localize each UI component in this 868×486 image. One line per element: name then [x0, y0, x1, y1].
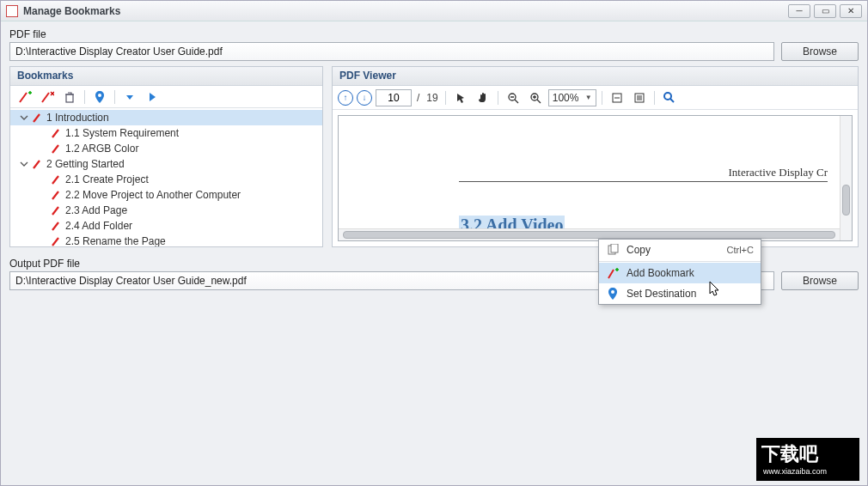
bookmark-item[interactable]: 1.1 System Requirement — [10, 125, 322, 141]
expand-placeholder — [38, 174, 48, 185]
svg-point-9 — [611, 290, 614, 294]
page-separator: / — [417, 92, 419, 104]
search-icon[interactable] — [660, 89, 679, 106]
fit-width-icon[interactable] — [630, 89, 649, 106]
hand-tool-icon[interactable] — [474, 89, 492, 106]
bookmark-marker-icon — [33, 112, 43, 123]
separator — [114, 90, 115, 104]
context-menu: Copy Ctrl+C Add Bookmark Set Destination — [598, 239, 761, 305]
ctx-add-bookmark-label: Add Bookmark — [627, 267, 694, 279]
pin-icon — [606, 287, 620, 301]
pdf-horizontal-scrollbar[interactable] — [339, 228, 840, 240]
page-current-input[interactable] — [376, 89, 412, 106]
bookmark-item[interactable]: 2.1 Create Project — [10, 172, 322, 187]
bookmark-label: 2 Getting Started — [46, 158, 125, 170]
svg-text:下载吧: 下载吧 — [761, 443, 819, 465]
bookmark-label: 2.5 Rename the Page — [65, 235, 166, 246]
expand-placeholder — [38, 190, 48, 200]
svg-rect-0 — [66, 94, 73, 102]
page-up-icon[interactable]: ↑ — [338, 90, 353, 106]
svg-text:www.xiazaiba.com: www.xiazaiba.com — [762, 467, 827, 476]
bookmarks-panel: Bookmarks — [9, 66, 323, 247]
ctx-add-bookmark[interactable]: Add Bookmark — [599, 263, 761, 283]
minimize-button[interactable]: ─ — [788, 4, 810, 18]
add-bookmark-icon[interactable] — [15, 88, 34, 106]
chevron-down-icon: ▼ — [585, 94, 592, 101]
delete-icon[interactable] — [60, 88, 79, 106]
bookmark-marker-icon — [52, 128, 62, 138]
pin-icon[interactable] — [90, 88, 109, 106]
bookmark-label: 1 Introduction — [46, 112, 109, 124]
ctx-copy[interactable]: Copy Ctrl+C — [599, 240, 761, 260]
bookmark-marker-icon — [52, 236, 62, 246]
browse-output-button[interactable]: Browse — [781, 271, 859, 290]
zoom-out-icon[interactable] — [504, 89, 523, 106]
pdf-viewer-panel: PDF Viewer ↑ ↓ / 19 — [332, 66, 859, 247]
ctx-copy-label: Copy — [627, 244, 651, 256]
play-icon[interactable] — [143, 88, 162, 106]
pdf-file-label: PDF file — [9, 28, 859, 40]
bookmark-label: 2.4 Add Folder — [65, 220, 132, 232]
zoom-in-icon[interactable] — [526, 89, 545, 106]
pdf-canvas[interactable]: Interactive Display Cr 3.2 Add Video The… — [338, 115, 853, 241]
bookmark-item[interactable]: 2.2 Move Project to Another Computer — [10, 187, 322, 203]
page-down-icon[interactable]: ↓ — [357, 90, 372, 106]
bookmark-marker-icon — [52, 205, 62, 216]
bookmarks-toolbar — [10, 86, 322, 108]
bookmark-label: 1.1 System Requirement — [65, 127, 179, 139]
bookmark-item[interactable]: 2.4 Add Folder — [10, 218, 322, 234]
bookmark-item[interactable]: 1 Introduction — [10, 110, 322, 125]
window-title: Manage Bookmarks — [23, 5, 788, 17]
pdf-file-input[interactable] — [9, 42, 774, 61]
svg-point-1 — [98, 94, 101, 97]
down-arrow-icon[interactable] — [120, 88, 139, 106]
browse-pdf-button[interactable]: Browse — [781, 42, 859, 61]
bookmark-marker-icon — [52, 174, 62, 185]
bookmark-marker-icon — [33, 159, 43, 169]
doc-running-header: Interactive Display Cr — [728, 166, 828, 179]
bookmark-icon — [606, 266, 620, 280]
expand-toggle-icon[interactable] — [19, 159, 29, 169]
bookmark-item[interactable]: 2.3 Add Page — [10, 203, 322, 218]
expand-placeholder — [38, 143, 48, 154]
bookmark-marker-icon — [52, 190, 62, 200]
app-icon — [6, 5, 18, 17]
bookmark-label: 2.2 Move Project to Another Computer — [65, 189, 241, 201]
bookmark-item[interactable]: 2 Getting Started — [10, 156, 322, 172]
ctx-set-destination-label: Set Destination — [627, 288, 696, 300]
pdf-toolbar: ↑ ↓ / 19 — [333, 86, 858, 110]
watermark-logo: 下载吧 www.xiazaiba.com — [756, 438, 859, 481]
separator — [599, 261, 761, 262]
select-tool-icon[interactable] — [451, 89, 470, 106]
bookmark-item[interactable]: 1.2 ARGB Color — [10, 141, 322, 156]
expand-placeholder — [38, 128, 48, 138]
bookmark-marker-icon — [52, 221, 62, 231]
expand-placeholder — [38, 236, 48, 246]
pdf-viewer-title: PDF Viewer — [333, 67, 858, 86]
bookmark-label: 1.2 ARGB Color — [65, 143, 138, 155]
zoom-value: 100% — [553, 92, 579, 104]
close-button[interactable]: ✕ — [840, 4, 862, 18]
svg-point-6 — [664, 93, 671, 100]
copy-icon — [606, 243, 620, 257]
bookmark-tree[interactable]: 1 Introduction1.1 System Requirement1.2 … — [10, 108, 322, 246]
fit-page-icon[interactable] — [608, 89, 627, 106]
titlebar[interactable]: Manage Bookmarks ─ ▭ ✕ — [1, 1, 867, 21]
ctx-copy-shortcut: Ctrl+C — [727, 245, 754, 255]
expand-placeholder — [38, 221, 48, 231]
svg-rect-8 — [611, 244, 618, 252]
bookmark-marker-icon — [52, 143, 62, 154]
bookmarks-panel-title: Bookmarks — [10, 67, 322, 86]
bookmark-label: 2.1 Create Project — [65, 173, 149, 185]
bookmark-label: 2.3 Add Page — [65, 204, 127, 216]
expand-placeholder — [38, 205, 48, 216]
separator — [84, 90, 85, 104]
pdf-vertical-scrollbar[interactable] — [840, 116, 852, 240]
header-rule — [459, 181, 828, 182]
maximize-button[interactable]: ▭ — [814, 4, 836, 18]
zoom-dropdown[interactable]: 100% ▼ — [548, 89, 596, 106]
remove-bookmark-icon[interactable] — [38, 88, 57, 106]
expand-toggle-icon[interactable] — [19, 112, 29, 123]
ctx-set-destination[interactable]: Set Destination — [599, 283, 761, 304]
bookmark-item[interactable]: 2.5 Rename the Page — [10, 234, 322, 246]
